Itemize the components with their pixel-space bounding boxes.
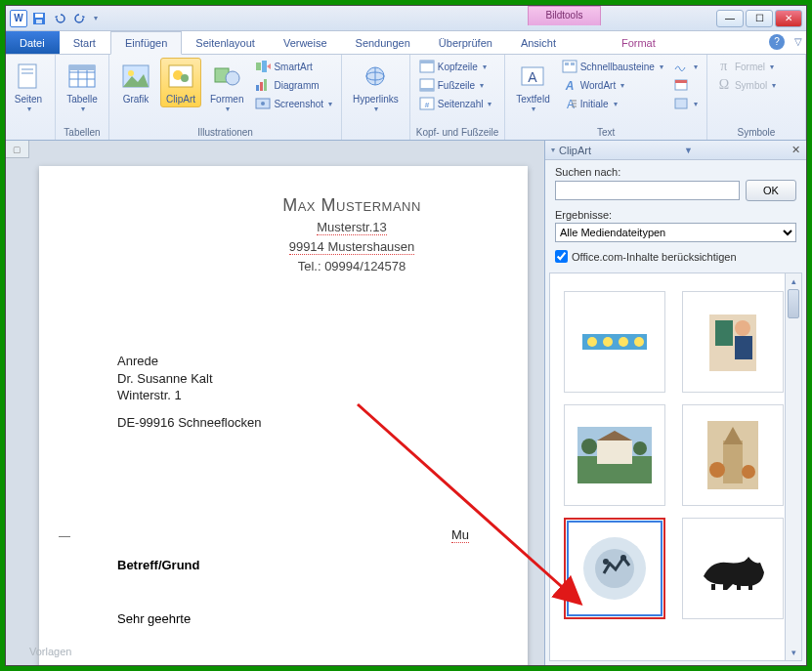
wordart-icon: A	[562, 77, 577, 93]
tab-references[interactable]: Verweise	[270, 31, 342, 54]
scroll-up-icon[interactable]: ▴	[786, 273, 801, 289]
clipart-result-4[interactable]	[682, 404, 784, 506]
clipart-result-1[interactable]	[564, 291, 665, 393]
redo-icon[interactable]	[71, 10, 89, 27]
search-label: Suchen nach:	[555, 166, 796, 178]
pane-controls: Suchen nach: OK Ergebnisse: Alle Mediend…	[545, 160, 806, 269]
datetime-button[interactable]	[670, 76, 701, 94]
dropcap-button[interactable]: AInitiale▾	[559, 95, 666, 112]
svg-point-62	[633, 441, 647, 455]
group-label-text: Text	[511, 125, 701, 140]
signature-button[interactable]: ▾	[670, 58, 701, 75]
smartart-button[interactable]: SmartArt	[252, 58, 335, 75]
chevron-down-icon: ▾	[660, 63, 663, 71]
hyperlink-icon	[360, 61, 391, 92]
pane-dropdown-icon[interactable]: ▼	[684, 146, 693, 155]
ribbon-group-symbols: πFormel▾ ΩSymbol▾ Symbole	[707, 55, 806, 140]
svg-rect-21	[256, 85, 259, 91]
clipart-result-5-selected[interactable]	[564, 518, 665, 619]
chevron-down-icon: ▾	[27, 105, 31, 113]
document-area[interactable]: Max Mustermann Musterstr.13 99914 Muster…	[6, 141, 544, 665]
ribbon-group-illustrations: Grafik ClipArt Formen ▾ SmartArt Diagram…	[109, 55, 342, 140]
pages-button[interactable]: Seiten ▾	[8, 58, 49, 116]
pane-close-icon[interactable]: ✕	[791, 144, 800, 156]
object-button[interactable]: ▾	[670, 95, 701, 112]
svg-rect-39	[571, 63, 575, 65]
ruler-toggle-icon[interactable]: ▢	[6, 141, 29, 158]
date-icon	[673, 77, 689, 93]
scroll-down-icon[interactable]: ▾	[786, 645, 801, 660]
header-button[interactable]: Kopfzeile▾	[416, 58, 495, 75]
document-page: Max Mustermann Musterstr.13 99914 Muster…	[39, 166, 528, 665]
qat-dropdown-icon[interactable]: ▾	[94, 14, 98, 22]
close-button[interactable]: ✕	[775, 10, 802, 27]
chart-button[interactable]: Diagramm	[252, 76, 335, 94]
group-label-symbols: Symbole	[713, 125, 799, 140]
shapes-icon	[211, 61, 242, 92]
wordart-button[interactable]: AWordArt▾	[559, 76, 666, 94]
scroll-thumb[interactable]	[788, 289, 799, 318]
pane-menu-icon[interactable]: ▾	[551, 146, 555, 154]
tab-review[interactable]: Überprüfen	[425, 31, 507, 54]
ribbon-collapse-icon[interactable]: ▽	[794, 36, 802, 47]
tab-format[interactable]: Format	[608, 31, 670, 54]
save-icon[interactable]	[30, 10, 48, 27]
tab-file[interactable]: Datei	[6, 31, 60, 54]
svg-rect-11	[69, 65, 95, 70]
undo-icon[interactable]	[51, 10, 68, 27]
chart-icon	[255, 77, 271, 93]
ok-button[interactable]: OK	[746, 180, 796, 201]
table-button[interactable]: Tabelle ▾	[62, 58, 103, 116]
search-input[interactable]	[555, 181, 740, 200]
screenshot-icon	[255, 96, 271, 111]
mediatype-select[interactable]: Alle Mediendateitypen	[555, 223, 796, 242]
picture-icon	[120, 61, 151, 92]
clipart-result-3[interactable]	[564, 404, 665, 506]
chevron-down-icon: ▾	[532, 105, 535, 113]
clipart-result-2[interactable]	[682, 291, 784, 393]
help-icon[interactable]: ?	[769, 34, 785, 50]
chevron-down-icon: ▾	[770, 63, 774, 71]
quickparts-button[interactable]: Schnellbausteine▾	[559, 58, 666, 75]
pane-titlebar[interactable]: ▾ ClipArt ▼ ✕	[545, 141, 806, 160]
maximize-button[interactable]: ☐	[746, 10, 773, 27]
clipart-result-6[interactable]	[682, 518, 784, 619]
shapes-button[interactable]: Formen ▾	[205, 58, 248, 116]
clipart-icon	[165, 61, 196, 92]
sender-name: Max Mustermann	[235, 195, 469, 216]
recipient-street: Winterstr. 1	[117, 387, 469, 404]
svg-rect-64	[723, 440, 743, 483]
results-area: ▴ ▾	[549, 273, 802, 661]
fold-mark: —	[59, 529, 70, 543]
tab-mailings[interactable]: Sendungen	[342, 31, 425, 54]
minimize-button[interactable]: —	[716, 10, 744, 27]
chevron-down-icon: ▾	[328, 100, 332, 108]
symbol-icon: Ω	[716, 77, 732, 93]
results-label: Ergebnisse:	[555, 209, 796, 221]
tab-start[interactable]: Start	[60, 31, 110, 54]
screenshot-button[interactable]: Screenshot▾	[252, 95, 335, 112]
tab-insert[interactable]: Einfügen	[110, 31, 182, 55]
tab-view[interactable]: Ansicht	[507, 31, 571, 54]
svg-point-70	[603, 559, 609, 565]
results-scrollbar[interactable]: ▴ ▾	[785, 273, 801, 660]
symbol-button[interactable]: ΩSymbol▾	[713, 76, 779, 94]
svg-rect-74	[737, 584, 741, 590]
svg-point-51	[619, 337, 628, 347]
clipart-button[interactable]: ClipArt	[160, 58, 201, 107]
page-icon	[13, 61, 44, 92]
svg-rect-4	[21, 68, 33, 70]
group-label-headerfooter: Kopf- und Fußzeile	[416, 125, 499, 140]
quick-access-toolbar: W ▾	[10, 10, 98, 27]
hyperlinks-button[interactable]: Hyperlinks ▾	[348, 58, 404, 116]
picture-button[interactable]: Grafik	[115, 58, 156, 107]
equation-button[interactable]: πFormel▾	[713, 58, 779, 75]
textbox-button[interactable]: A Textfeld ▾	[511, 58, 554, 116]
pagenumber-button[interactable]: #Seitenzahl▾	[416, 95, 495, 112]
chevron-down-icon: ▾	[226, 105, 230, 113]
footer-button[interactable]: Fußzeile▾	[416, 76, 495, 94]
recipient-block: Anrede Dr. Susanne Kalt Winterstr. 1 DE-…	[117, 353, 469, 431]
tab-pagelayout[interactable]: Seitenlayout	[182, 31, 270, 54]
officecom-checkbox[interactable]	[555, 250, 568, 263]
workspace: ▢ Max Mustermann Musterstr.13 99914 Must…	[6, 141, 806, 665]
